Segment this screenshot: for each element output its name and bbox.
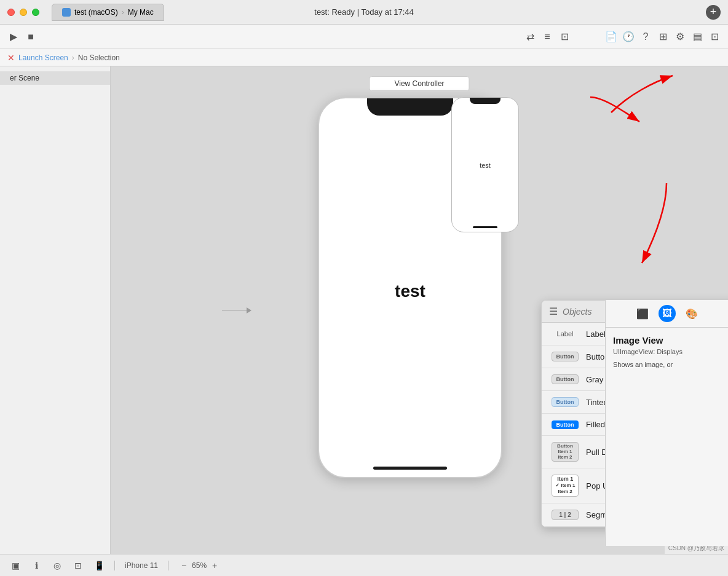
- thumb-home-bar: [473, 226, 497, 228]
- tab-device: My Mac: [128, 8, 154, 17]
- history-icon[interactable]: 🕐: [622, 31, 635, 43]
- refresh-icon[interactable]: ⇄: [524, 31, 536, 43]
- panel-icon[interactable]: ⊡: [558, 31, 571, 43]
- iphone-notch: [367, 98, 453, 116]
- color-tab-icon[interactable]: 🎨: [683, 305, 700, 322]
- zoom-control: − 65% +: [178, 560, 220, 571]
- lines-icon[interactable]: ≡: [541, 31, 553, 43]
- inspector-icon[interactable]: ⊡: [708, 31, 721, 43]
- filter-icon[interactable]: ☰: [549, 306, 558, 317]
- toolbar-right: ⇄ ≡ ⊡ 📄 🕐 ? ⊞ ⚙ ▤ ⊡: [524, 31, 721, 43]
- tab-label: test (macOS): [74, 8, 118, 17]
- breadcrumb-launch-screen[interactable]: Launch Screen: [18, 53, 68, 62]
- sidebar: er Scene: [0, 66, 111, 554]
- pulldown-button-badge: ButtonItem 1Item 2: [552, 442, 579, 462]
- filter-icon[interactable]: ⚙: [674, 31, 686, 43]
- minimize-button[interactable]: [20, 9, 27, 16]
- copy-icon[interactable]: ⊡: [73, 560, 84, 571]
- sidebar-item-scene[interactable]: er Scene: [0, 71, 110, 85]
- inspector-icon[interactable]: ▣: [10, 560, 21, 571]
- file-icon[interactable]: 📄: [605, 31, 617, 43]
- device-icon[interactable]: 📱: [93, 560, 105, 571]
- status-timestamp: Today at 17:44: [361, 7, 413, 17]
- status-bar: ▣ ℹ ◎ ⊡ 📱 iPhone 11 − 65% +: [0, 554, 728, 576]
- annotation-arrow-1: [605, 69, 679, 119]
- breadcrumb-no-selection: No Selection: [78, 53, 120, 62]
- info-icon[interactable]: ℹ: [31, 560, 42, 571]
- title-status: test: Ready | Today at 17:44: [314, 7, 413, 17]
- right-info-panel: ⬛ 🖼 🎨 Image View UIImageView: Displays S…: [605, 300, 728, 546]
- title-bar: test (macOS) › My Mac test: Ready | Toda…: [0, 0, 728, 25]
- arrow-line: [222, 310, 247, 310]
- help-icon[interactable]: ?: [639, 31, 652, 43]
- panel-description: Shows an image, or: [613, 360, 721, 369]
- grid-icon[interactable]: ▤: [691, 31, 703, 43]
- status-separator-2: [168, 561, 168, 570]
- canvas-area: View Controller test test ☰: [111, 66, 728, 554]
- segmented-badge: 1 | 2: [552, 510, 579, 520]
- phone-thumbnail: test: [451, 97, 519, 232]
- annotation-arrow-2: [584, 91, 646, 128]
- vc-label: View Controller: [369, 76, 469, 91]
- thumb-content: test: [480, 104, 491, 226]
- thumb-notch: [470, 98, 501, 104]
- device-label: iPhone 11: [125, 561, 158, 570]
- popup-button-badge: Item 1✓ Item 1Item 2: [552, 475, 579, 497]
- breadcrumb-sep-1: ›: [72, 53, 74, 62]
- gray-button-badge: Button: [552, 374, 579, 384]
- button-badge: Button: [552, 352, 579, 361]
- run-button[interactable]: ▶: [7, 31, 20, 43]
- breadcrumb-bar: ✕ Launch Screen › No Selection: [0, 49, 728, 66]
- panel-subtitle: UIImageView: Displays: [613, 348, 721, 355]
- iphone-home-bar: [373, 467, 447, 470]
- thumb-text: test: [480, 162, 491, 169]
- zoom-out-button[interactable]: −: [178, 560, 189, 571]
- filled-button-badge: Button: [552, 420, 579, 429]
- image-tab-icon[interactable]: 🖼: [659, 305, 676, 322]
- item-name: Label: [586, 329, 606, 339]
- right-panel-tabs: ⬛ 🖼 🎨: [606, 300, 728, 328]
- traffic-lights: [7, 9, 39, 16]
- objects-tab-icon[interactable]: ⬛: [634, 305, 651, 322]
- zoom-value: 65%: [192, 561, 207, 570]
- toolbar: ▶ ■ ⇄ ≡ ⊡ 📄 🕐 ? ⊞ ⚙ ▤ ⊡: [0, 25, 728, 49]
- add-button[interactable]: +: [706, 5, 721, 20]
- vc-label-text: View Controller: [394, 79, 444, 88]
- maximize-button[interactable]: [32, 9, 39, 16]
- main-layout: er Scene View Controller test test: [0, 66, 728, 554]
- scene-arrow: [222, 307, 251, 314]
- tab-separator: ›: [122, 8, 124, 17]
- label-badge: Label: [552, 329, 579, 339]
- close-button[interactable]: [7, 9, 15, 16]
- status-separator: [114, 561, 115, 570]
- status-text: test: Ready: [314, 7, 355, 17]
- tab-area: test (macOS) › My Mac: [52, 4, 164, 21]
- target-icon[interactable]: ◎: [52, 560, 63, 571]
- project-tab[interactable]: test (macOS) › My Mac: [52, 4, 164, 21]
- panel-title: Image View: [613, 335, 721, 345]
- right-panel-content: Image View UIImageView: Displays Shows a…: [606, 328, 728, 377]
- xcode-icon: [62, 8, 71, 17]
- arrow-head: [247, 307, 251, 314]
- library-icon[interactable]: ⊞: [657, 31, 669, 43]
- tinted-button-badge: Button: [552, 397, 579, 407]
- stop-button[interactable]: ■: [25, 31, 37, 43]
- phone-content-text: test: [395, 282, 425, 301]
- close-icon: ✕: [7, 53, 15, 63]
- annotation-arrow-3: [605, 177, 679, 269]
- zoom-in-button[interactable]: +: [209, 560, 220, 571]
- sidebar-item-label: er Scene: [10, 74, 39, 82]
